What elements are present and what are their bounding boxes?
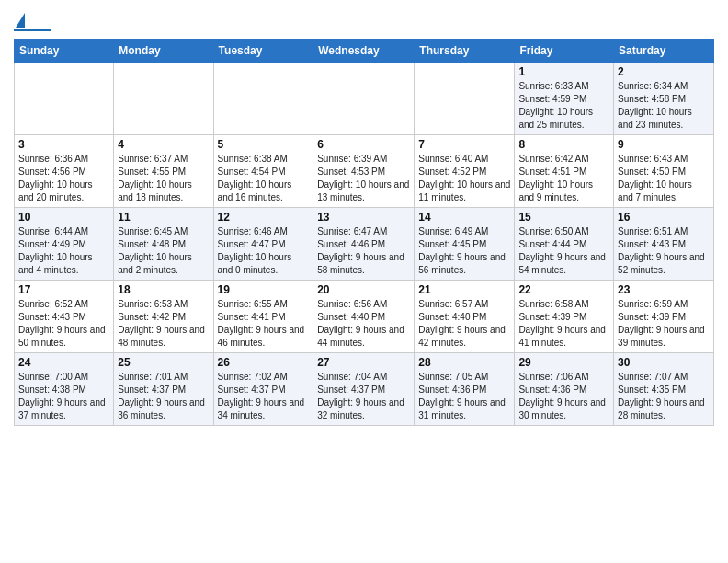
- calendar-week-row: 1Sunrise: 6:33 AM Sunset: 4:59 PM Daylig…: [15, 63, 714, 135]
- day-info: Sunrise: 6:37 AM Sunset: 4:55 PM Dayligh…: [118, 153, 209, 204]
- day-info: Sunrise: 7:04 AM Sunset: 4:37 PM Dayligh…: [317, 371, 410, 422]
- header: [14, 9, 714, 31]
- day-info: Sunrise: 6:52 AM Sunset: 4:43 PM Dayligh…: [18, 298, 109, 350]
- day-info: Sunrise: 6:55 AM Sunset: 4:41 PM Dayligh…: [218, 298, 310, 350]
- day-info: Sunrise: 6:59 AM Sunset: 4:39 PM Dayligh…: [618, 298, 710, 350]
- calendar-table: SundayMondayTuesdayWednesdayThursdayFrid…: [14, 39, 714, 426]
- day-info: Sunrise: 7:06 AM Sunset: 4:36 PM Dayligh…: [518, 371, 609, 422]
- calendar-cell: 3Sunrise: 6:36 AM Sunset: 4:56 PM Daylig…: [15, 135, 114, 208]
- calendar-cell: 16Sunrise: 6:51 AM Sunset: 4:43 PM Dayli…: [614, 208, 714, 281]
- calendar-cell: 23Sunrise: 6:59 AM Sunset: 4:39 PM Dayli…: [614, 281, 714, 353]
- day-number: 25: [118, 356, 209, 369]
- weekday-header-thursday: Thursday: [415, 40, 515, 63]
- weekday-header-monday: Monday: [114, 40, 213, 63]
- logo: [14, 9, 51, 31]
- calendar-week-row: 24Sunrise: 7:00 AM Sunset: 4:38 PM Dayli…: [15, 353, 714, 426]
- page: SundayMondayTuesdayWednesdayThursdayFrid…: [0, 0, 728, 440]
- calendar-cell: 6Sunrise: 6:39 AM Sunset: 4:53 PM Daylig…: [313, 135, 415, 208]
- weekday-header-sunday: Sunday: [15, 40, 114, 63]
- calendar-cell: 2Sunrise: 6:34 AM Sunset: 4:58 PM Daylig…: [614, 63, 714, 135]
- day-number: 13: [317, 211, 410, 224]
- day-info: Sunrise: 6:45 AM Sunset: 4:48 PM Dayligh…: [118, 225, 209, 277]
- day-info: Sunrise: 6:40 AM Sunset: 4:52 PM Dayligh…: [418, 153, 510, 204]
- calendar-cell: 17Sunrise: 6:52 AM Sunset: 4:43 PM Dayli…: [15, 281, 114, 353]
- calendar-cell: 1Sunrise: 6:33 AM Sunset: 4:59 PM Daylig…: [515, 63, 614, 135]
- calendar-cell: 14Sunrise: 6:49 AM Sunset: 4:45 PM Dayli…: [415, 208, 515, 281]
- calendar-cell: 8Sunrise: 6:42 AM Sunset: 4:51 PM Daylig…: [515, 135, 614, 208]
- calendar-cell: 9Sunrise: 6:43 AM Sunset: 4:50 PM Daylig…: [614, 135, 714, 208]
- calendar-cell: 25Sunrise: 7:01 AM Sunset: 4:37 PM Dayli…: [114, 353, 213, 426]
- calendar-week-row: 3Sunrise: 6:36 AM Sunset: 4:56 PM Daylig…: [15, 135, 714, 208]
- calendar-cell: 24Sunrise: 7:00 AM Sunset: 4:38 PM Dayli…: [15, 353, 114, 426]
- calendar-week-row: 10Sunrise: 6:44 AM Sunset: 4:49 PM Dayli…: [15, 208, 714, 281]
- calendar-cell: [15, 63, 114, 135]
- calendar-cell: 13Sunrise: 6:47 AM Sunset: 4:46 PM Dayli…: [313, 208, 415, 281]
- day-info: Sunrise: 7:01 AM Sunset: 4:37 PM Dayligh…: [118, 371, 209, 422]
- day-number: 6: [317, 138, 410, 151]
- weekday-header-saturday: Saturday: [614, 40, 714, 63]
- calendar-cell: 18Sunrise: 6:53 AM Sunset: 4:42 PM Dayli…: [114, 281, 213, 353]
- calendar-cell: 4Sunrise: 6:37 AM Sunset: 4:55 PM Daylig…: [114, 135, 213, 208]
- calendar-week-row: 17Sunrise: 6:52 AM Sunset: 4:43 PM Dayli…: [15, 281, 714, 353]
- day-info: Sunrise: 7:02 AM Sunset: 4:37 PM Dayligh…: [218, 371, 310, 422]
- day-number: 14: [418, 211, 510, 224]
- day-number: 1: [518, 65, 609, 78]
- calendar-cell: [114, 63, 213, 135]
- calendar-cell: 22Sunrise: 6:58 AM Sunset: 4:39 PM Dayli…: [515, 281, 614, 353]
- day-number: 18: [118, 283, 209, 296]
- calendar-cell: 21Sunrise: 6:57 AM Sunset: 4:40 PM Dayli…: [415, 281, 515, 353]
- day-info: Sunrise: 6:53 AM Sunset: 4:42 PM Dayligh…: [118, 298, 209, 350]
- day-info: Sunrise: 6:43 AM Sunset: 4:50 PM Dayligh…: [618, 153, 710, 204]
- day-info: Sunrise: 7:07 AM Sunset: 4:35 PM Dayligh…: [618, 371, 710, 422]
- calendar-cell: 28Sunrise: 7:05 AM Sunset: 4:36 PM Dayli…: [415, 353, 515, 426]
- calendar-cell: [313, 63, 415, 135]
- calendar-cell: 27Sunrise: 7:04 AM Sunset: 4:37 PM Dayli…: [313, 353, 415, 426]
- day-number: 20: [317, 283, 410, 296]
- day-number: 2: [618, 65, 710, 78]
- day-number: 12: [218, 211, 310, 224]
- day-number: 27: [317, 356, 410, 369]
- day-number: 29: [518, 356, 609, 369]
- day-info: Sunrise: 6:58 AM Sunset: 4:39 PM Dayligh…: [518, 298, 609, 350]
- logo-underline: [14, 29, 51, 31]
- day-number: 16: [618, 211, 710, 224]
- calendar-cell: 20Sunrise: 6:56 AM Sunset: 4:40 PM Dayli…: [313, 281, 415, 353]
- calendar-cell: 5Sunrise: 6:38 AM Sunset: 4:54 PM Daylig…: [213, 135, 313, 208]
- logo-triangle-icon: [16, 13, 25, 28]
- day-number: 30: [618, 356, 710, 369]
- day-number: 21: [418, 283, 510, 296]
- calendar-cell: 26Sunrise: 7:02 AM Sunset: 4:37 PM Dayli…: [213, 353, 313, 426]
- day-info: Sunrise: 6:38 AM Sunset: 4:54 PM Dayligh…: [218, 153, 310, 204]
- day-info: Sunrise: 6:34 AM Sunset: 4:58 PM Dayligh…: [618, 80, 710, 132]
- day-info: Sunrise: 6:46 AM Sunset: 4:47 PM Dayligh…: [218, 225, 310, 277]
- day-number: 22: [518, 283, 609, 296]
- weekday-header-friday: Friday: [515, 40, 614, 63]
- day-number: 5: [218, 138, 310, 151]
- day-number: 15: [518, 211, 609, 224]
- day-number: 8: [518, 138, 609, 151]
- day-number: 7: [418, 138, 510, 151]
- calendar-cell: 30Sunrise: 7:07 AM Sunset: 4:35 PM Dayli…: [614, 353, 714, 426]
- day-number: 28: [418, 356, 510, 369]
- weekday-header-tuesday: Tuesday: [213, 40, 313, 63]
- day-number: 17: [18, 283, 109, 296]
- day-info: Sunrise: 6:50 AM Sunset: 4:44 PM Dayligh…: [518, 225, 609, 277]
- day-info: Sunrise: 6:57 AM Sunset: 4:40 PM Dayligh…: [418, 298, 510, 350]
- day-info: Sunrise: 6:49 AM Sunset: 4:45 PM Dayligh…: [418, 225, 510, 277]
- day-info: Sunrise: 6:42 AM Sunset: 4:51 PM Dayligh…: [518, 153, 609, 204]
- calendar-cell: 29Sunrise: 7:06 AM Sunset: 4:36 PM Dayli…: [515, 353, 614, 426]
- calendar-header-row: SundayMondayTuesdayWednesdayThursdayFrid…: [15, 40, 714, 63]
- day-info: Sunrise: 6:51 AM Sunset: 4:43 PM Dayligh…: [618, 225, 710, 277]
- day-number: 9: [618, 138, 710, 151]
- calendar-cell: 7Sunrise: 6:40 AM Sunset: 4:52 PM Daylig…: [415, 135, 515, 208]
- day-number: 11: [118, 211, 209, 224]
- day-number: 3: [18, 138, 109, 151]
- calendar-cell: [213, 63, 313, 135]
- calendar-cell: 10Sunrise: 6:44 AM Sunset: 4:49 PM Dayli…: [15, 208, 114, 281]
- day-info: Sunrise: 6:47 AM Sunset: 4:46 PM Dayligh…: [317, 225, 410, 277]
- calendar-cell: 15Sunrise: 6:50 AM Sunset: 4:44 PM Dayli…: [515, 208, 614, 281]
- day-info: Sunrise: 7:00 AM Sunset: 4:38 PM Dayligh…: [18, 371, 109, 422]
- day-info: Sunrise: 7:05 AM Sunset: 4:36 PM Dayligh…: [418, 371, 510, 422]
- day-info: Sunrise: 6:56 AM Sunset: 4:40 PM Dayligh…: [317, 298, 410, 350]
- day-number: 19: [218, 283, 310, 296]
